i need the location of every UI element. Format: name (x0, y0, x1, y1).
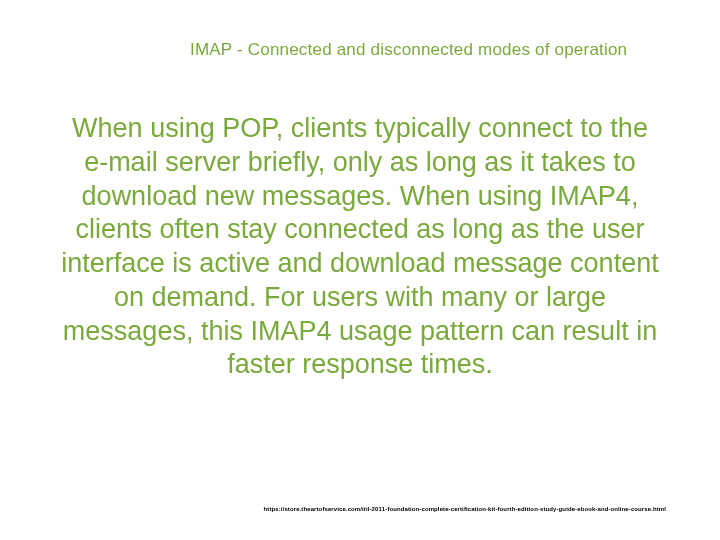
slide-body-wrapper: When using POP, clients typically connec… (50, 112, 670, 382)
slide-container: IMAP - Connected and disconnected modes … (0, 0, 720, 540)
slide-body-text: When using POP, clients typically connec… (60, 112, 660, 382)
body-row: When using POP, clients typically connec… (60, 112, 660, 382)
footer-source-link[interactable]: https://store.theartofservice.com/itil-2… (264, 506, 666, 512)
slide-title: IMAP - Connected and disconnected modes … (190, 40, 670, 60)
